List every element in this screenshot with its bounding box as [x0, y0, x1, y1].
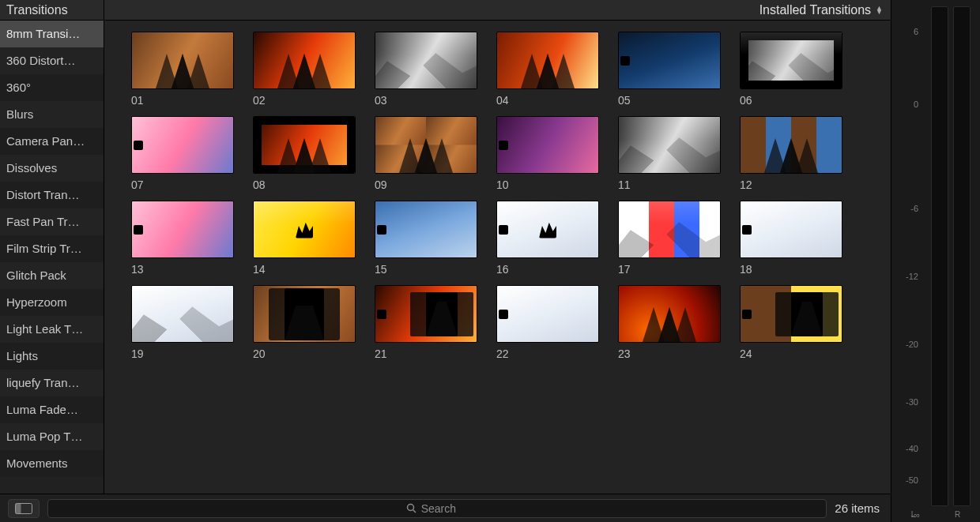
- thumb-label: 12: [740, 178, 842, 191]
- browser-header: Installed Transitions ▲▼: [104, 0, 891, 21]
- meter-scale: -∞ 60-6-12-20-30-40-50: [891, 0, 923, 522]
- transition-thumb[interactable]: 12: [740, 116, 842, 191]
- transition-thumb[interactable]: 18: [740, 201, 842, 276]
- transition-thumb[interactable]: 08: [253, 116, 356, 191]
- transition-thumb[interactable]: 23: [618, 285, 721, 360]
- transition-thumb[interactable]: 22: [496, 285, 599, 360]
- thumb-label: 07: [131, 178, 234, 191]
- transition-thumb[interactable]: 01: [131, 32, 234, 107]
- sidebar-item[interactable]: 8mm Transi…: [0, 21, 104, 47]
- content-row: Transitions 8mm Transi…360 Distort…360°B…: [0, 0, 891, 494]
- thumb-label: 02: [253, 94, 356, 107]
- transition-thumb[interactable]: 07: [131, 116, 234, 191]
- meter-scale-label: -12: [906, 272, 918, 281]
- sidebar-item[interactable]: Luma Pop T…: [0, 423, 104, 450]
- thumb-label: 09: [375, 178, 477, 191]
- thumb-label: 13: [131, 263, 234, 276]
- meter-scale-label: 6: [914, 27, 918, 36]
- transition-thumb[interactable]: 21: [375, 285, 477, 360]
- sidebar-list: 8mm Transi…360 Distort…360°BlursCamera P…: [0, 21, 104, 494]
- thumb-label: 14: [253, 263, 356, 276]
- sidebar-item[interactable]: Camera Pan…: [0, 128, 104, 155]
- transitions-browser: Installed Transitions ▲▼ 010203040506070…: [104, 0, 891, 494]
- transition-thumb[interactable]: 03: [375, 32, 477, 107]
- meter-scale-label: -6: [910, 204, 918, 213]
- thumb-label: 18: [740, 263, 842, 276]
- thumb-label: 04: [496, 94, 599, 107]
- svg-line-3: [413, 510, 416, 513]
- thumb-label: 11: [618, 178, 721, 191]
- sidebar-item[interactable]: Lights: [0, 343, 104, 370]
- sidebar-item[interactable]: Dissolves: [0, 155, 104, 182]
- thumb-label: 16: [496, 263, 599, 276]
- transition-thumb[interactable]: 10: [496, 116, 599, 191]
- sidebar: Transitions 8mm Transi…360 Distort…360°B…: [0, 0, 104, 494]
- footer: 26 items: [0, 494, 891, 522]
- thumb-label: 21: [375, 347, 477, 360]
- transition-thumb[interactable]: 06: [740, 32, 842, 107]
- thumb-label: 08: [253, 178, 356, 191]
- app-root: Transitions 8mm Transi…360 Distort…360°B…: [0, 0, 980, 522]
- meter-bar-right: [953, 6, 971, 506]
- thumb-label: 06: [740, 94, 842, 107]
- transition-thumb[interactable]: 11: [618, 116, 721, 191]
- transition-thumb[interactable]: 04: [496, 32, 599, 107]
- thumb-label: 03: [375, 94, 477, 107]
- meter-channel-labels: L R: [891, 510, 980, 519]
- sidebar-item[interactable]: Hyperzoom: [0, 289, 104, 316]
- sidebar-title: Transitions: [0, 0, 104, 21]
- thumbnail-grid: 0102030405060708091011121314151617181920…: [131, 32, 891, 360]
- chevron-updown-icon: ▲▼: [876, 6, 883, 14]
- item-count: 26 items: [835, 501, 883, 515]
- sidebar-item[interactable]: 360 Distort…: [0, 47, 104, 74]
- transition-thumb[interactable]: 05: [618, 32, 721, 107]
- transition-thumb[interactable]: 16: [496, 201, 599, 276]
- meter-scale-label: 0: [914, 100, 918, 109]
- sidebar-item[interactable]: liquefy Tran…: [0, 370, 104, 396]
- sidebar-item[interactable]: Movements: [0, 450, 104, 477]
- thumb-label: 23: [618, 347, 721, 360]
- meter-scale-label: -40: [906, 444, 918, 453]
- transition-thumb[interactable]: 14: [253, 201, 356, 276]
- audio-meters: -∞ 60-6-12-20-30-40-50 L R: [891, 0, 980, 522]
- sidebar-item[interactable]: Blurs: [0, 101, 104, 128]
- transition-thumb[interactable]: 13: [131, 201, 234, 276]
- meter-bar-left: [931, 6, 948, 506]
- sidebar-item[interactable]: Glitch Pack: [0, 262, 104, 289]
- transition-thumb[interactable]: 15: [375, 201, 477, 276]
- filter-label: Installed Transitions: [760, 3, 871, 17]
- transition-thumb[interactable]: 19: [131, 285, 234, 360]
- transition-thumb[interactable]: 17: [618, 201, 721, 276]
- svg-point-2: [407, 505, 413, 511]
- transition-thumb[interactable]: 09: [375, 116, 477, 191]
- sidebar-item[interactable]: Luma Fade…: [0, 396, 104, 423]
- sidebar-item[interactable]: Light Leak T…: [0, 316, 104, 343]
- transition-thumb[interactable]: 20: [253, 285, 356, 360]
- layout-toggle-button[interactable]: [8, 499, 40, 518]
- thumb-label: 20: [253, 347, 356, 360]
- layout-icon: [15, 503, 32, 514]
- search-field[interactable]: [47, 499, 827, 518]
- browser-scroll[interactable]: 0102030405060708091011121314151617181920…: [104, 21, 891, 494]
- sidebar-item[interactable]: 360°: [0, 74, 104, 101]
- sidebar-item[interactable]: Fast Pan Tr…: [0, 208, 104, 235]
- search-icon: [406, 503, 416, 513]
- search-input[interactable]: [421, 502, 469, 515]
- thumb-label: 22: [496, 347, 599, 360]
- transition-thumb[interactable]: 24: [740, 285, 842, 360]
- sidebar-item[interactable]: Film Strip Tr…: [0, 235, 104, 262]
- sidebar-item[interactable]: Distort Tran…: [0, 182, 104, 208]
- thumb-label: 10: [496, 178, 599, 191]
- meter-bars: L R: [923, 0, 980, 522]
- thumb-label: 24: [740, 347, 842, 360]
- transition-thumb[interactable]: 02: [253, 32, 356, 107]
- meter-scale-label: -50: [906, 475, 918, 485]
- meter-scale-label: -20: [906, 340, 918, 349]
- thumb-label: 01: [131, 94, 234, 107]
- svg-rect-1: [16, 503, 21, 513]
- thumb-label: 15: [375, 263, 477, 276]
- main-area: Transitions 8mm Transi…360 Distort…360°B…: [0, 0, 891, 522]
- filter-dropdown[interactable]: Installed Transitions ▲▼: [760, 3, 883, 17]
- thumb-label: 17: [618, 263, 721, 276]
- thumb-label: 05: [618, 94, 721, 107]
